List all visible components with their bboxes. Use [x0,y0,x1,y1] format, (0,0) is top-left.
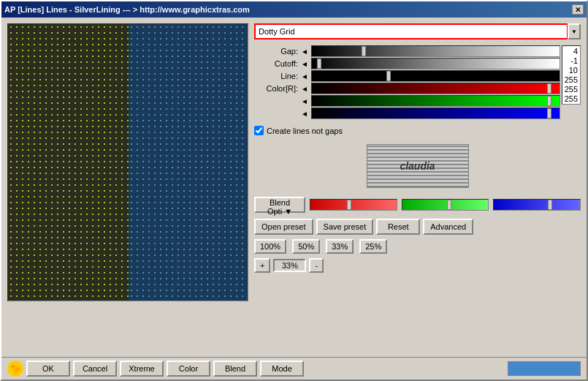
blend-row: Blend Opti ▼ [254,197,581,213]
preset-dropdown-row: Dotty Grid ▼ [254,23,581,39]
close-button[interactable]: ✕ [572,4,584,15]
preview-right-panel [129,24,248,301]
bottom-bar: 🐤 OK Cancel Xtreme Color Blend Mode [1,357,587,380]
cutoff-slider-thumb[interactable] [317,59,321,69]
colorG-minus-icon[interactable]: ◄ [301,97,308,105]
zoom-row: + - [254,258,581,273]
preset-dropdown[interactable]: Dotty Grid [254,23,568,39]
bottom-buttons: OK Cancel Xtreme Color Blend Mode [26,361,304,377]
line-slider-thumb[interactable] [386,71,391,81]
colorG-slider-row: ◄ [254,95,560,107]
cancel-button[interactable]: Cancel [73,361,117,377]
colorB-slider-row: ◄ [254,107,560,119]
gap-value: 4 [565,47,578,56]
hint-icon: 🐤 [7,361,23,377]
content-area: Dotty Grid ▼ Gap: ◄ [1,18,587,357]
gap-slider-row: Gap: ◄ [254,45,560,57]
create-lines-label: Create lines not gaps [267,127,343,135]
blend-dropdown-arrow: ▼ [284,207,292,216]
blend-red-slider[interactable] [310,199,397,211]
25-percent-button[interactable]: 25% [359,239,387,254]
blend-dropdown[interactable]: Blend Opti ▼ [254,197,305,213]
colorB-value: 255 [565,94,578,103]
colorR-slider-track[interactable] [311,83,560,94]
mode-button[interactable]: Mode [260,361,304,377]
blend-green-slider[interactable] [402,199,489,211]
gap-slider-thumb[interactable] [362,46,366,56]
controls-panel: Dotty Grid ▼ Gap: ◄ [254,23,581,351]
percent-buttons-row: 100% 50% 33% 25% [254,239,581,254]
colorR-minus-icon[interactable]: ◄ [301,85,308,92]
sliders-section: Gap: ◄ Cutoff: ◄ [254,45,581,120]
blend-blue-thumb[interactable] [548,200,552,210]
preview-canvas [7,23,248,301]
checkbox-row: Create lines not gaps [254,126,581,135]
line-value: 10 [565,66,578,75]
cutoff-slider-row: Cutoff: ◄ [254,58,560,69]
sliders-column: Gap: ◄ Cutoff: ◄ [254,45,560,120]
colorB-minus-icon[interactable]: ◄ [301,110,308,117]
advanced-button[interactable]: Advanced [423,219,473,235]
save-preset-button[interactable]: Save preset [316,219,374,235]
33-percent-button[interactable]: 33% [326,239,354,254]
line-slider-track[interactable] [311,70,560,82]
line-slider-row: Line: ◄ [254,70,560,82]
blend-blue-slider[interactable] [493,199,581,211]
zoom-input[interactable] [273,259,306,272]
cutoff-label: Cutoff: [254,59,298,68]
colorG-slider-track[interactable] [311,95,560,107]
colorB-slider-thumb[interactable] [547,108,551,118]
open-preset-button[interactable]: Open preset [254,219,313,235]
preview-left-panel [8,24,129,301]
colorG-slider-thumb[interactable] [547,96,551,106]
ok-button[interactable]: OK [26,361,70,377]
line-label: Line: [254,72,298,80]
stamp-text: claudia [400,160,435,172]
50-percent-button[interactable]: 50% [292,239,320,254]
blend-button[interactable]: Blend [213,361,257,377]
colorG-value: 255 [565,85,578,94]
values-column: 4 -1 10 255 255 255 [562,45,581,105]
100-percent-button[interactable]: 100% [254,239,286,254]
colorR-slider-thumb[interactable] [547,83,551,94]
line-minus-icon[interactable]: ◄ [301,72,308,80]
window-title: AP [Lines] Lines - SilverLining --- > ht… [4,5,572,14]
preset-buttons-row: Open preset Save preset Reset Advanced [254,219,581,235]
gap-label: Gap: [254,47,298,56]
main-window: AP [Lines] Lines - SilverLining --- > ht… [0,0,588,381]
stamp-preview: claudia [367,144,469,188]
zoom-plus-button[interactable]: + [254,258,270,273]
reset-button[interactable]: Reset [376,219,420,235]
color-swatch [508,361,581,376]
colorR-label: Color[R]: [254,84,298,93]
blend-green-thumb[interactable] [447,200,451,210]
colorB-slider-track[interactable] [311,107,560,119]
dropdown-arrow-icon[interactable]: ▼ [568,23,581,39]
gap-minus-icon[interactable]: ◄ [301,48,308,55]
cutoff-value: -1 [565,56,578,65]
cutoff-minus-icon[interactable]: ◄ [301,60,308,67]
title-bar: AP [Lines] Lines - SilverLining --- > ht… [1,1,587,18]
gap-slider-track[interactable] [311,45,560,57]
create-lines-checkbox[interactable] [254,126,264,135]
color-button[interactable]: Color [167,361,210,377]
cutoff-slider-track[interactable] [311,58,560,69]
colorR-value: 255 [565,75,578,84]
xtreme-button[interactable]: Xtreme [120,361,164,377]
colorR-slider-row: Color[R]: ◄ [254,83,560,94]
blend-red-thumb[interactable] [347,200,351,210]
zoom-minus-button[interactable]: - [309,258,324,273]
